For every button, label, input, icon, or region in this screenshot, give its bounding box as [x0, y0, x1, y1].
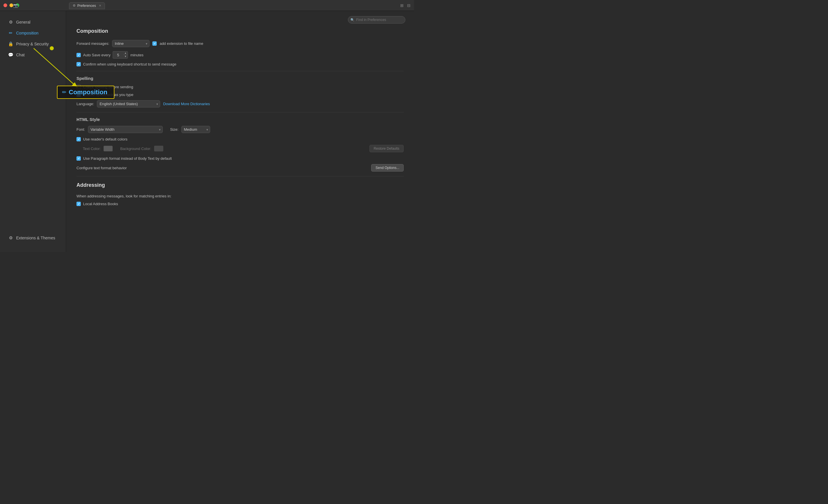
spell-as-type-row: ✓ Enable spellcheck as you type [77, 93, 404, 97]
sidebar-item-extensions[interactable]: ⚙ Extensions & Themes [2, 233, 64, 243]
main-layout: ⚙ General ✏ Composition 🔒 Privacy & Secu… [0, 11, 414, 252]
auto-save-label: Auto Save every [83, 53, 111, 57]
language-row: Language: English (United States) Englis… [77, 100, 404, 107]
add-extension-check-icon: ✓ [154, 42, 156, 45]
size-select-wrapper: Small Medium Large Larger [181, 126, 210, 133]
font-label: Font: [77, 127, 85, 132]
forward-messages-label: Forward messages: [77, 41, 109, 46]
confirm-send-row: ✓ Confirm when using keyboard shortcut t… [77, 62, 404, 66]
auto-save-decrement[interactable]: ▼ [123, 55, 128, 58]
spell-before-label: Check spelling before sending [83, 85, 133, 89]
sidebar-item-composition[interactable]: ✏ Composition [2, 28, 64, 38]
spell-before-row: Check spelling before sending [77, 85, 404, 89]
size-select[interactable]: Small Medium Large Larger [181, 126, 210, 133]
spell-as-type-check-icon: ✓ [78, 93, 80, 96]
use-paragraph-row: ✓ Use Paragraph format instead of Body T… [77, 156, 404, 161]
configure-text-row: Configure text format behavior Send Opti… [77, 164, 404, 172]
color-row: Text Color: Background Color: Restore De… [83, 145, 404, 152]
use-reader-colors-checkbox[interactable]: ✓ [77, 137, 81, 141]
font-select-wrapper: Variable Width Fixed Width Arial [88, 126, 163, 133]
use-paragraph-check-icon: ✓ [78, 157, 80, 160]
spell-before-checkbox[interactable] [77, 85, 81, 89]
use-paragraph-checkbox[interactable]: ✓ [77, 156, 81, 161]
layout-icon[interactable]: ⊟ [407, 3, 411, 8]
sidebar-item-label-composition: Composition [16, 31, 39, 35]
sidebar: ⚙ General ✏ Composition 🔒 Privacy & Secu… [0, 11, 66, 252]
size-label: Size: [170, 127, 178, 132]
sidebar-spacer [0, 60, 66, 232]
auto-save-check-icon: ✓ [78, 53, 80, 57]
chat-icon: 💬 [8, 52, 13, 57]
forward-messages-select-wrapper: Inline As Attachment Quoted [112, 40, 150, 47]
font-select[interactable]: Variable Width Fixed Width Arial [88, 126, 163, 133]
general-icon: ⚙ [8, 19, 13, 25]
sidebar-bottom: ⚙ Extensions & Themes [0, 232, 66, 246]
local-address-label: Local Address Books [83, 202, 118, 206]
composition-icon: ✏ [8, 31, 13, 36]
language-label: Language: [77, 102, 94, 106]
sidebar-item-label-general: General [16, 20, 31, 25]
text-color-swatch[interactable] [104, 146, 113, 151]
sidebar-item-privacy[interactable]: 🔒 Privacy & Security [2, 39, 64, 49]
spell-as-type-label: Enable spellcheck as you type [83, 93, 133, 97]
search-icon: 🔍 [350, 18, 355, 22]
divider-2 [77, 112, 404, 112]
auto-save-spinner: ▲ ▼ [123, 51, 128, 59]
html-style-title: HTML Style [77, 117, 404, 122]
local-address-check-icon: ✓ [78, 202, 80, 205]
restore-defaults-button[interactable]: Restore Defaults [369, 145, 404, 152]
minimize-window-button[interactable] [9, 3, 13, 7]
sidebar-item-label-extensions: Extensions & Themes [16, 236, 55, 240]
tab-area: ⚙ Preferences ✕ [69, 0, 105, 11]
use-reader-colors-label: Use reader's default colors [83, 137, 127, 141]
background-color-swatch[interactable] [154, 146, 163, 151]
text-color-label: Text Color: [83, 146, 100, 151]
content-area: 🔍 Composition Forward messages: Inline A… [66, 11, 414, 252]
background-color-label: Background Color: [120, 146, 151, 151]
forward-messages-select[interactable]: Inline As Attachment Quoted [112, 40, 150, 47]
sidebar-item-label-chat: Chat [16, 53, 25, 57]
tab-close-button[interactable]: ✕ [99, 4, 101, 7]
sidebar-item-label-privacy: Privacy & Security [16, 42, 49, 46]
local-address-checkbox[interactable]: ✓ [77, 202, 81, 206]
auto-save-number-group: ▲ ▼ [113, 51, 128, 59]
language-select-wrapper: English (United States) English (UK) Spa… [97, 100, 160, 107]
auto-save-unit: minutes [130, 53, 143, 57]
spell-as-type-checkbox[interactable]: ✓ [77, 93, 81, 97]
search-input[interactable] [348, 16, 405, 24]
use-paragraph-label: Use Paragraph format instead of Body Tex… [83, 156, 172, 161]
preferences-tab[interactable]: ⚙ Preferences ✕ [69, 2, 105, 9]
auto-save-checkbox[interactable]: ✓ [77, 53, 81, 57]
confirm-send-checkbox[interactable]: ✓ [77, 62, 81, 66]
download-dictionaries-button[interactable]: Download More Dictionaries [163, 102, 210, 106]
tab-label: Preferences [77, 4, 96, 8]
auto-save-row: ✓ Auto Save every ▲ ▼ minutes [77, 51, 404, 59]
divider-1 [77, 71, 404, 71]
tab-gear-icon: ⚙ [73, 4, 76, 7]
lock-icon: 🔒 [8, 41, 13, 47]
send-options-button[interactable]: Send Options... [371, 164, 404, 172]
grid-icon[interactable]: ⊞ [400, 3, 404, 8]
addressing-description: When addressing messages, look for match… [77, 194, 404, 198]
auto-save-input[interactable] [113, 51, 123, 59]
sidebar-item-general[interactable]: ⚙ General [2, 17, 64, 27]
extensions-icon: ⚙ [8, 235, 13, 240]
add-extension-checkbox[interactable]: ✓ [152, 41, 157, 46]
composition-section: Composition Forward messages: Inline As … [66, 27, 414, 216]
font-row: Font: Variable Width Fixed Width Arial S… [77, 126, 404, 133]
spelling-title: Spelling [77, 76, 404, 81]
close-window-button[interactable] [3, 3, 7, 7]
composition-title: Composition [77, 27, 404, 34]
use-reader-colors-row: ✓ Use reader's default colors [77, 137, 404, 141]
titlebar-right-buttons: ⊞ ⊟ [400, 3, 411, 8]
addressing-title: Addressing [77, 181, 404, 188]
confirm-send-label: Confirm when using keyboard shortcut to … [83, 62, 176, 66]
sidebar-item-chat[interactable]: 💬 Chat [2, 50, 64, 60]
search-bar-wrapper: 🔍 [348, 16, 405, 24]
language-select[interactable]: English (United States) English (UK) Spa… [97, 100, 160, 107]
app-icon: 📷 [13, 3, 18, 8]
search-bar-row: 🔍 [66, 11, 414, 27]
add-extension-label: add extension to file name [160, 41, 203, 46]
configure-text-label: Configure text format behavior [77, 166, 127, 170]
auto-save-increment[interactable]: ▲ [123, 51, 128, 55]
